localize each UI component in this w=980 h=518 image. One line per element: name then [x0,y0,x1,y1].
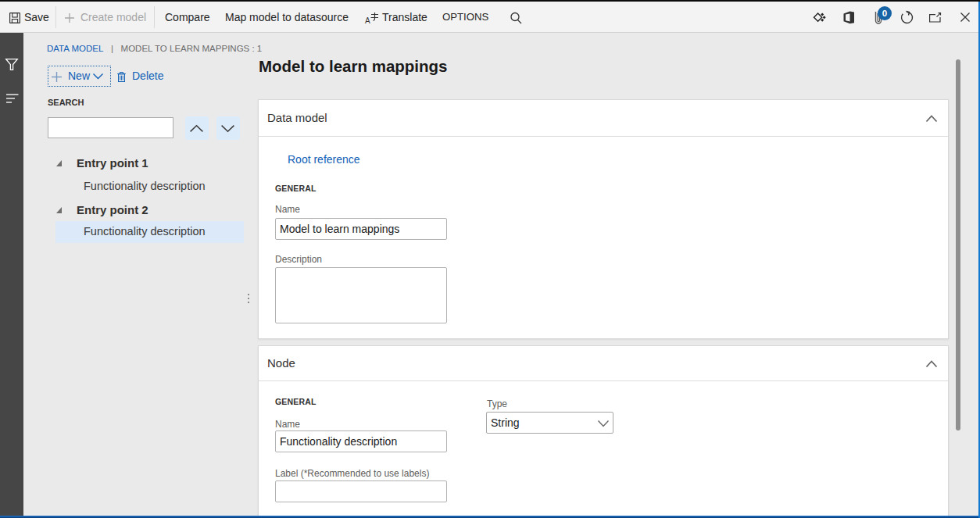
svg-text:A: A [365,16,370,25]
